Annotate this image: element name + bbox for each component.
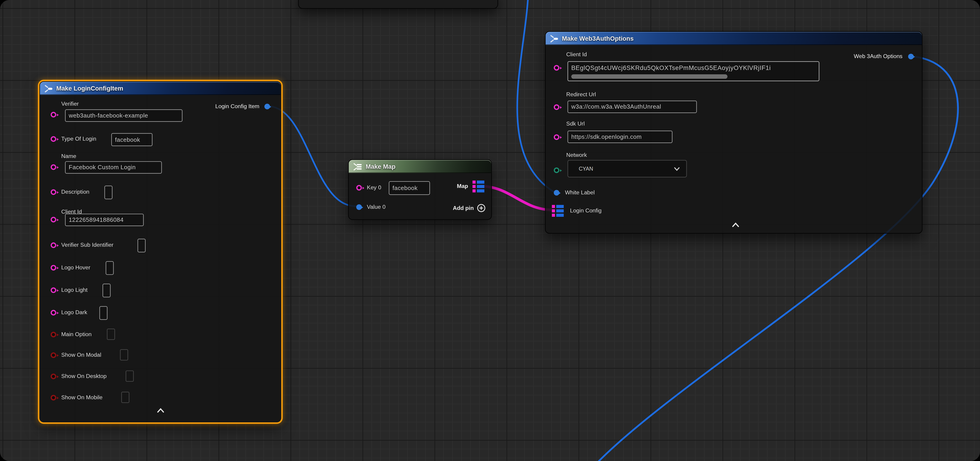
client-id-field[interactable]: BEglQSgt4cUWcj6SKRdu5QkOXTsePmMcusG5EAoy… <box>568 61 819 81</box>
chevron-down-icon <box>674 167 680 171</box>
input-pin-client-id[interactable] <box>554 65 560 71</box>
network-selected-value: CYAN <box>579 165 593 172</box>
input-pin-show-on-mobile[interactable] <box>51 395 56 401</box>
make-struct-icon <box>550 35 558 42</box>
node-header[interactable]: Make LoginConfigItem <box>40 82 281 95</box>
offscreen-node-partial[interactable] <box>298 0 498 9</box>
node-title: Make Web3AuthOptions <box>562 35 634 42</box>
show-on-mobile-checkbox[interactable] <box>121 392 129 403</box>
pin-label-verifier: Verifier <box>61 101 79 108</box>
pin-label-show-on-desktop: Show On Desktop <box>61 373 107 380</box>
add-pin-label: Add pin <box>453 205 474 211</box>
pin-label-show-on-mobile: Show On Mobile <box>61 394 102 401</box>
input-pin-sdk-url[interactable] <box>554 134 560 140</box>
blueprint-graph-canvas[interactable]: Make LoginConfigItem Login Config Item V… <box>0 0 980 461</box>
type-of-login-field[interactable]: facebook <box>111 133 152 146</box>
pin-label-logo-light: Logo Light <box>61 287 88 294</box>
pin-label-redirect-url: Redirect Url <box>566 91 596 98</box>
client-id-value: BEglQSgt4cUWcj6SKRdu5QkOXTsePmMcusG5EAoy… <box>571 64 771 71</box>
logo-light-field[interactable] <box>102 283 111 297</box>
show-on-modal-checkbox[interactable] <box>120 349 128 360</box>
pin-label-network: Network <box>566 152 587 159</box>
input-pin-value0[interactable] <box>356 204 362 210</box>
redirect-url-field[interactable]: w3a://com.w3a.Web3AuthUnreal <box>568 101 697 113</box>
main-option-checkbox[interactable] <box>107 329 115 340</box>
input-pin-verifier-sub-identifier[interactable] <box>51 242 56 248</box>
node-make-loginconfigitem[interactable]: Make LoginConfigItem Login Config Item V… <box>39 81 281 422</box>
pin-label-verifier-sub-identifier: Verifier Sub Identifier <box>61 242 113 248</box>
input-pin-key0[interactable] <box>356 185 362 191</box>
pin-label-white-label: White Label <box>565 189 595 196</box>
pin-label-map: Map <box>457 183 468 190</box>
input-pin-main-option[interactable] <box>51 332 56 337</box>
pin-label-sdk-url: Sdk Url <box>566 121 585 127</box>
node-header[interactable]: Make Web3AuthOptions <box>546 32 922 45</box>
node-title: Make LoginConfigItem <box>56 85 123 92</box>
add-pin-button[interactable]: Add pin <box>453 204 485 213</box>
pin-label-login-config: Login Config <box>570 207 601 214</box>
input-pin-logo-light[interactable] <box>51 288 56 293</box>
input-pin-show-on-desktop[interactable] <box>51 374 56 379</box>
output-pin-map[interactable] <box>473 181 485 192</box>
input-pin-description[interactable] <box>51 189 56 195</box>
node-make-map[interactable]: Make Map Key 0 facebook Map Value 0 Add … <box>348 159 492 220</box>
description-field[interactable] <box>104 186 113 199</box>
pin-label-client-id: Client Id <box>566 51 587 58</box>
wire-map-to-loginconfig[interactable] <box>481 186 552 210</box>
verifier-field[interactable]: web3auth-facebook-example <box>65 109 183 122</box>
add-pin-plus-icon <box>477 204 486 213</box>
pin-label-show-on-modal: Show On Modal <box>61 352 101 359</box>
make-map-icon <box>353 163 363 170</box>
input-pin-login-config[interactable] <box>552 205 565 217</box>
input-pin-name[interactable] <box>51 164 56 170</box>
node-header[interactable]: Make Map <box>349 160 492 173</box>
output-pin-login-config-item[interactable] <box>264 104 270 110</box>
sdk-url-field[interactable]: https://sdk.openlogin.com <box>568 130 673 143</box>
logo-dark-field[interactable] <box>99 306 108 320</box>
node-title: Make Map <box>366 163 396 170</box>
input-pin-logo-dark[interactable] <box>51 310 56 316</box>
pin-label-web3auth-options: Web 3Auth Options <box>854 53 902 60</box>
pin-label-main-option: Main Option <box>61 331 92 338</box>
verifier-sub-identifier-field[interactable] <box>137 239 146 253</box>
show-on-desktop-checkbox[interactable] <box>126 370 134 382</box>
input-pin-verifier[interactable] <box>51 112 56 118</box>
pin-label-type-of-login: Type Of Login <box>61 136 96 143</box>
input-pin-network[interactable] <box>554 167 560 173</box>
input-pin-white-label[interactable] <box>554 190 560 196</box>
pin-label-description: Description <box>61 189 89 196</box>
client-id-field[interactable]: 1222658941886084 <box>65 214 144 226</box>
collapse-node-chevron-icon[interactable] <box>157 408 164 413</box>
make-struct-icon <box>45 84 53 92</box>
network-dropdown[interactable]: CYAN <box>568 160 687 177</box>
pin-label-key0: Key 0 <box>367 184 381 191</box>
output-pin-web3auth-options[interactable] <box>908 54 914 59</box>
pin-label-value0: Value 0 <box>367 204 386 211</box>
pin-label-login-config-item: Login Config Item <box>215 103 259 110</box>
pin-label-name: Name <box>61 153 76 160</box>
collapse-node-chevron-icon[interactable] <box>732 223 739 227</box>
logo-hover-field[interactable] <box>106 261 114 275</box>
name-field[interactable]: Facebook Custom Login <box>65 161 162 174</box>
input-pin-show-on-modal[interactable] <box>51 352 56 358</box>
node-make-web3authoptions[interactable]: Make Web3AuthOptions Web 3Auth Options C… <box>545 31 922 234</box>
pin-label-logo-dark: Logo Dark <box>61 309 87 316</box>
pin-label-logo-hover: Logo Hover <box>61 264 91 271</box>
key0-field[interactable]: facebook <box>389 181 430 195</box>
input-pin-type-of-login[interactable] <box>51 136 56 142</box>
input-pin-client-id[interactable] <box>51 217 56 223</box>
horizontal-scrollbar[interactable] <box>571 74 727 78</box>
input-pin-redirect-url[interactable] <box>554 104 560 110</box>
input-pin-logo-hover[interactable] <box>51 265 56 270</box>
